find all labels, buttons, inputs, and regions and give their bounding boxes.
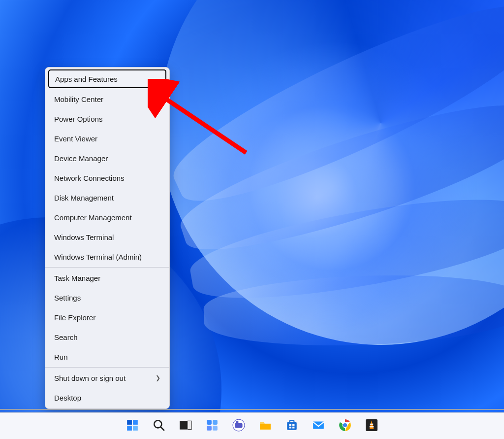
menu-item-windows-terminal-admin[interactable]: Windows Terminal (Admin) xyxy=(45,247,169,267)
menu-item-label: Computer Management xyxy=(54,213,132,222)
menu-item-label: Windows Terminal xyxy=(54,233,114,241)
svg-rect-19 xyxy=(290,420,294,422)
menu-item-mobility-center[interactable]: Mobility Center xyxy=(45,89,169,109)
svg-rect-11 xyxy=(213,420,218,425)
svg-point-16 xyxy=(236,420,238,423)
svg-rect-31 xyxy=(370,426,374,427)
menu-item-label: Task Manager xyxy=(54,274,100,282)
menu-item-windows-terminal[interactable]: Windows Terminal xyxy=(45,227,169,247)
widgets-icon xyxy=(206,419,219,434)
chrome-icon xyxy=(339,419,351,434)
menu-item-label: Event Viewer xyxy=(54,135,97,143)
menu-item-computer-management[interactable]: Computer Management xyxy=(45,207,169,227)
mail-icon xyxy=(312,419,325,434)
menu-item-label: Settings xyxy=(54,294,81,302)
svg-rect-9 xyxy=(188,421,191,429)
taskbar-search-button[interactable] xyxy=(151,418,167,434)
menu-item-file-explorer[interactable]: File Explorer xyxy=(45,307,169,327)
menu-item-label: Network Connections xyxy=(54,174,125,182)
menu-item-label: File Explorer xyxy=(54,313,95,322)
svg-rect-5 xyxy=(133,426,138,431)
menu-item-event-viewer[interactable]: Event Viewer xyxy=(45,129,169,148)
desktop-wallpaper: Apps and Features Mobility Center Power … xyxy=(0,0,504,439)
taskbar-chrome-button[interactable] xyxy=(337,418,353,434)
svg-rect-3 xyxy=(133,420,138,425)
svg-line-7 xyxy=(160,427,164,431)
search-icon xyxy=(153,419,165,434)
svg-rect-2 xyxy=(127,420,132,425)
menu-item-task-manager[interactable]: Task Manager xyxy=(45,268,169,288)
menu-item-run[interactable]: Run xyxy=(45,347,169,367)
menu-item-label: Run xyxy=(54,353,68,361)
menu-item-disk-management[interactable]: Disk Management xyxy=(45,188,169,207)
svg-rect-4 xyxy=(127,426,132,431)
svg-rect-10 xyxy=(207,420,212,425)
menu-item-label: Search xyxy=(54,333,78,341)
taskbar-vlc-button[interactable] xyxy=(364,418,379,434)
chevron-right-icon: ❯ xyxy=(156,374,160,381)
menu-item-label: Shut down or sign out xyxy=(54,374,126,382)
taskbar-chat-button[interactable] xyxy=(231,418,247,434)
vlc-icon xyxy=(365,419,378,434)
svg-rect-18 xyxy=(287,422,297,430)
svg-rect-20 xyxy=(289,424,291,426)
svg-rect-23 xyxy=(292,427,294,428)
start-icon xyxy=(126,419,139,434)
menu-item-desktop[interactable]: Desktop xyxy=(45,388,169,407)
winx-context-menu: Apps and Features Mobility Center Power … xyxy=(45,67,170,409)
taskbar-border xyxy=(0,409,504,410)
svg-rect-12 xyxy=(207,426,212,431)
chat-icon xyxy=(232,419,245,434)
menu-item-apps-and-features[interactable]: Apps and Features xyxy=(48,69,166,88)
menu-item-power-options[interactable]: Power Options xyxy=(45,109,169,129)
menu-item-label: Windows Terminal (Admin) xyxy=(54,253,142,261)
svg-point-6 xyxy=(154,420,161,428)
taskbar-microsoft-store-button[interactable] xyxy=(284,418,300,434)
taskbar-task-view-button[interactable] xyxy=(178,418,193,434)
svg-rect-24 xyxy=(313,421,324,429)
svg-rect-8 xyxy=(180,421,187,429)
menu-item-label: Power Options xyxy=(54,115,102,123)
svg-rect-15 xyxy=(235,423,242,428)
menu-item-label: Disk Management xyxy=(54,194,114,202)
taskbar-start-button[interactable] xyxy=(125,418,140,434)
svg-rect-17 xyxy=(260,424,271,429)
menu-item-label: Apps and Features xyxy=(55,75,118,83)
menu-item-shut-down-or-sign-out[interactable]: Shut down or sign out ❯ xyxy=(45,368,169,388)
menu-item-label: Desktop xyxy=(54,394,81,402)
menu-item-label: Mobility Center xyxy=(54,95,103,103)
menu-item-device-manager[interactable]: Device Manager xyxy=(45,148,169,168)
menu-separator xyxy=(45,267,169,268)
taskview-icon xyxy=(179,419,192,434)
folder-icon xyxy=(259,419,272,434)
svg-rect-21 xyxy=(292,424,294,426)
menu-separator xyxy=(45,367,169,368)
menu-item-network-connections[interactable]: Network Connections xyxy=(45,168,169,188)
taskbar-file-explorer-button[interactable] xyxy=(257,418,273,434)
menu-item-search[interactable]: Search xyxy=(45,327,169,347)
svg-point-27 xyxy=(343,423,347,427)
menu-item-label: Device Manager xyxy=(54,154,108,163)
svg-rect-30 xyxy=(370,423,374,424)
taskbar-widgets-button[interactable] xyxy=(204,418,220,434)
taskbar-mail-button[interactable] xyxy=(311,418,326,434)
menu-item-settings[interactable]: Settings xyxy=(45,288,169,307)
svg-rect-13 xyxy=(213,426,218,431)
svg-rect-22 xyxy=(289,427,291,428)
taskbar xyxy=(0,412,504,439)
store-icon xyxy=(285,419,298,434)
